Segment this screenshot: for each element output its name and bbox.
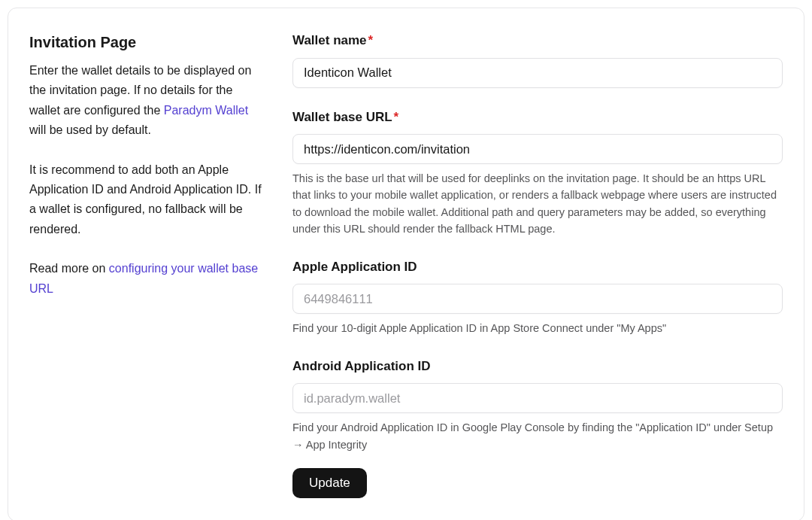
wallet-base-url-field: Wallet base URL* This is the base url th…	[292, 108, 783, 238]
wallet-name-field: Wallet name*	[292, 31, 783, 88]
wallet-base-url-input[interactable]	[292, 134, 783, 164]
page-title: Invitation Page	[29, 31, 262, 53]
description-paragraph-2: It is recommend to add both an Apple App…	[29, 160, 262, 240]
wallet-base-url-label: Wallet base URL*	[292, 108, 783, 127]
description-paragraph-3: Read more on configuring your wallet bas…	[29, 259, 262, 299]
apple-app-id-field: Apple Application ID Find your 10-digit …	[292, 257, 783, 337]
description-column: Invitation Page Enter the wallet details…	[29, 31, 262, 498]
android-app-id-input[interactable]	[292, 383, 783, 413]
wallet-name-label: Wallet name*	[292, 31, 783, 50]
required-mark: *	[368, 33, 374, 47]
android-app-id-label: Android Application ID	[292, 357, 783, 376]
apple-app-id-label: Apple Application ID	[292, 257, 783, 277]
update-button[interactable]: Update	[292, 468, 367, 498]
required-mark: *	[394, 110, 399, 124]
apple-app-id-help: Find your 10-digit Apple Application ID …	[292, 320, 783, 336]
android-app-id-field: Android Application ID Find your Android…	[292, 357, 783, 453]
invitation-page-card: Invitation Page Enter the wallet details…	[8, 8, 804, 520]
description-paragraph-1: Enter the wallet details to be displayed…	[29, 61, 262, 141]
apple-app-id-input[interactable]	[292, 284, 783, 314]
wallet-base-url-help: This is the base url that will be used f…	[292, 170, 783, 238]
android-app-id-help: Find your Android Application ID in Goog…	[292, 419, 783, 453]
wallet-name-input[interactable]	[292, 58, 783, 88]
form-column: Wallet name* Wallet base URL* This is th…	[292, 31, 783, 498]
paradym-wallet-link[interactable]: Paradym Wallet	[164, 104, 248, 117]
